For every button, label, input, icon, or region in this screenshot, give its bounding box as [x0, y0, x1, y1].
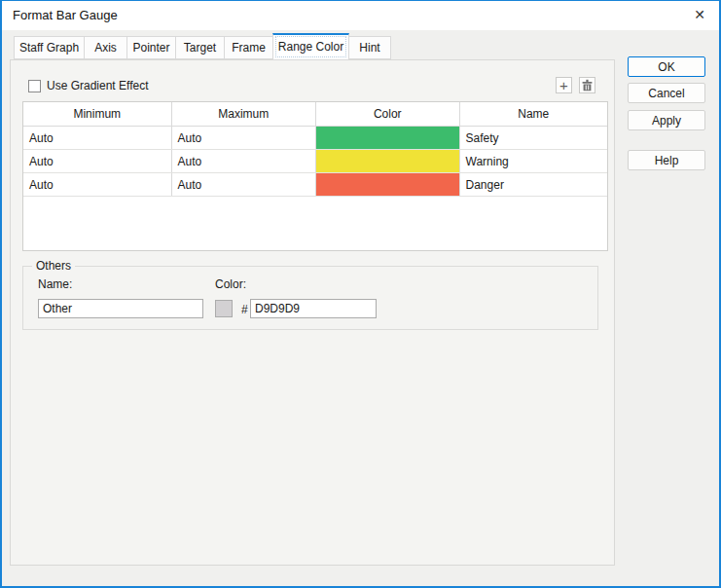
other-name-input[interactable]: [38, 299, 203, 318]
color-swatch-safety[interactable]: [316, 127, 459, 149]
plus-icon: +: [559, 78, 568, 92]
help-button[interactable]: Help: [628, 150, 705, 170]
close-icon[interactable]: ✕: [684, 1, 715, 28]
tab-pointer[interactable]: Pointer: [126, 36, 176, 59]
name-cell[interactable]: Warning: [460, 150, 608, 172]
trash-icon: [581, 79, 594, 92]
color-cell[interactable]: [316, 173, 460, 196]
minimum-cell[interactable]: Auto: [23, 150, 172, 172]
tab-staff-graph[interactable]: Staff Graph: [14, 36, 85, 59]
apply-button[interactable]: Apply: [628, 110, 705, 130]
use-gradient-effect-checkbox[interactable]: [28, 80, 41, 92]
others-groupbox: Others Name: Color: #: [22, 266, 598, 330]
other-color-hex-input[interactable]: [250, 299, 377, 318]
name-cell[interactable]: Danger: [460, 173, 608, 196]
tab-range-color[interactable]: Range Color: [272, 33, 349, 60]
color-swatch-warning[interactable]: [316, 150, 459, 172]
minimum-cell[interactable]: Auto: [23, 173, 172, 196]
window-title: Format Bar Gauge: [13, 1, 118, 30]
header-minimum: Minimum: [23, 102, 172, 126]
table-row-safety[interactable]: Auto Auto Safety: [23, 127, 607, 150]
range-color-tab-panel: Use Gradient Effect + Minimum Maximum Co…: [10, 59, 615, 566]
maximum-cell[interactable]: Auto: [172, 127, 317, 149]
tab-hint[interactable]: Hint: [348, 36, 391, 59]
maximum-cell[interactable]: Auto: [172, 150, 317, 172]
other-color-label: Color:: [215, 277, 246, 291]
range-color-table: Minimum Maximum Color Name Auto Auto Saf…: [22, 101, 608, 251]
tab-axis[interactable]: Axis: [84, 36, 127, 59]
tab-target[interactable]: Target: [175, 36, 225, 59]
color-cell[interactable]: [316, 127, 460, 149]
format-bar-gauge-dialog: Format Bar Gauge ✕ Staff Graph Axis Poin…: [0, 0, 721, 588]
title-bar: Format Bar Gauge ✕: [2, 1, 719, 30]
header-maximum: Maximum: [172, 102, 317, 126]
color-swatch-danger[interactable]: [316, 173, 459, 196]
table-header-row: Minimum Maximum Color Name: [23, 102, 607, 127]
gradient-effect-row: Use Gradient Effect: [28, 79, 149, 92]
delete-range-button[interactable]: [579, 77, 595, 93]
header-color: Color: [316, 102, 460, 126]
tab-frame[interactable]: Frame: [224, 36, 273, 59]
use-gradient-effect-label: Use Gradient Effect: [47, 79, 149, 92]
color-cell[interactable]: [316, 150, 460, 172]
other-color-swatch[interactable]: [215, 300, 233, 317]
maximum-cell[interactable]: Auto: [172, 173, 317, 196]
others-legend: Others: [32, 259, 75, 273]
hex-prefix: #: [241, 303, 248, 316]
cancel-button[interactable]: Cancel: [628, 83, 705, 103]
add-range-button[interactable]: +: [556, 77, 572, 93]
table-row-warning[interactable]: Auto Auto Warning: [23, 150, 607, 173]
table-row-danger[interactable]: Auto Auto Danger: [23, 173, 607, 197]
name-cell[interactable]: Safety: [460, 127, 608, 149]
minimum-cell[interactable]: Auto: [23, 127, 172, 149]
ok-button[interactable]: OK: [628, 56, 705, 77]
header-name: Name: [460, 102, 608, 126]
other-name-label: Name:: [38, 277, 72, 291]
